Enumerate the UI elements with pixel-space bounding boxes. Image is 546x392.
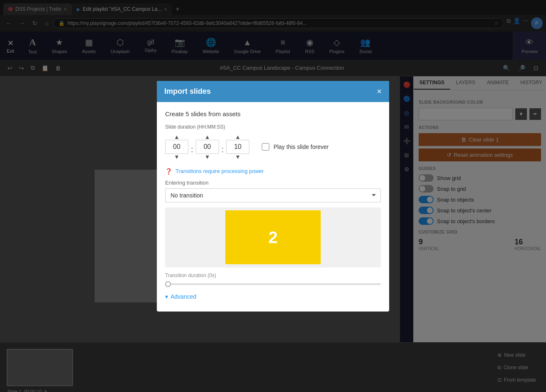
modal-close-button[interactable]: × — [377, 87, 382, 96]
seconds-up-button[interactable]: ▲ — [235, 134, 241, 140]
separator-1: : — [188, 145, 196, 154]
duration-row: ▲ ▼ : ▲ ▼ : ▲ ▼ Play this — [165, 134, 381, 160]
forever-row: Play this slide forever — [262, 143, 329, 151]
hours-spinner: ▲ ▼ — [165, 134, 188, 160]
minutes-input[interactable] — [196, 140, 219, 154]
advanced-row[interactable]: ▾ Advanced — [165, 290, 381, 303]
minutes-down-button[interactable]: ▼ — [205, 154, 210, 160]
entering-transition-label: Entering transition — [165, 180, 381, 186]
minutes-up-button[interactable]: ▲ — [205, 134, 210, 140]
hours-up-button[interactable]: ▲ — [174, 134, 180, 140]
info-icon: ❓ — [165, 168, 172, 175]
modal-body: Create 5 slides from assets Slide durati… — [157, 102, 389, 312]
import-slides-modal: Import slides × Create 5 slides from ass… — [157, 81, 389, 312]
transition-select[interactable]: No transition Fade Slide left Slide righ… — [165, 188, 381, 202]
modal-overlay: Import slides × Create 5 slides from ass… — [0, 0, 546, 392]
transition-warning[interactable]: ❓ Transitions require processing power — [165, 168, 381, 175]
seconds-spinner: ▲ ▼ — [226, 134, 249, 160]
transition-duration-label: Transition duration (0s) — [165, 273, 381, 278]
slider-track — [165, 283, 381, 285]
modal-subtitle: Create 5 slides from assets — [165, 110, 381, 117]
preview-slide: 2 — [225, 210, 321, 264]
modal-title: Import slides — [164, 87, 211, 96]
advanced-label: Advanced — [171, 293, 196, 300]
slider-thumb[interactable] — [165, 281, 171, 287]
warning-text: Transitions require processing power — [176, 168, 264, 174]
seconds-down-button[interactable]: ▼ — [235, 154, 241, 160]
hours-input[interactable] — [165, 140, 188, 154]
minutes-spinner: ▲ ▼ — [196, 134, 219, 160]
transition-preview: 2 — [165, 207, 381, 268]
separator-2: : — [219, 145, 227, 154]
duration-label: Slide duration (HH:MM:SS) — [165, 124, 381, 130]
seconds-input[interactable] — [226, 140, 249, 154]
forever-label: Play this slide forever — [273, 144, 329, 150]
modal-header: Import slides × — [157, 81, 389, 102]
hours-down-button[interactable]: ▼ — [174, 154, 180, 160]
chevron-down-icon: ▾ — [165, 293, 168, 300]
forever-checkbox[interactable] — [262, 143, 269, 151]
preview-number: 2 — [268, 228, 278, 247]
